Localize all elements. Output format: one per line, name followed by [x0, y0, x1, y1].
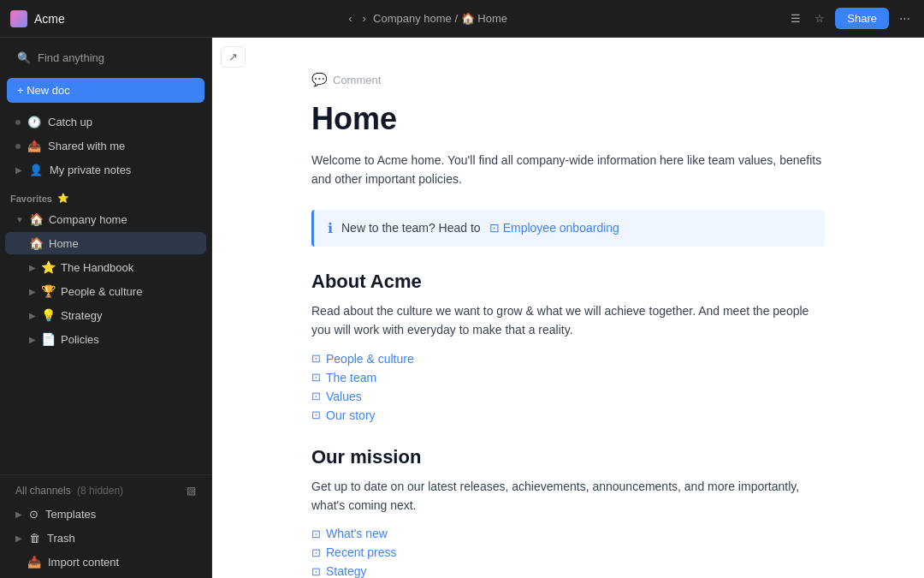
sidebar-item-shared-with-me[interactable]: 📤 Shared with me — [5, 134, 206, 158]
star-emoji: ⭐ — [41, 260, 56, 274]
tree-item-home[interactable]: 🏠 Home — [5, 232, 206, 254]
link-icon: ⊡ — [311, 352, 321, 365]
star-icon[interactable]: ☆ — [811, 9, 828, 28]
link-stategy[interactable]: ⊡ Stategy — [311, 564, 825, 578]
person-icon: 👤 — [29, 164, 43, 176]
sidebar-item-catch-up[interactable]: 🕐 Catch up — [5, 110, 206, 134]
mission-desc: Get up to date on our latest releases, a… — [311, 477, 825, 515]
link-icon: ⊡ — [311, 527, 321, 540]
trophy-emoji: 🏆 — [41, 284, 56, 298]
breadcrumb: Company home / 🏠 Home — [373, 12, 507, 25]
trash-icon: 🗑 — [29, 532, 40, 545]
chevron-right-icon: ▶ — [15, 509, 22, 519]
bulb-emoji: 💡 — [41, 308, 56, 322]
tree-item-strategy[interactable]: ▶ 💡 Strategy — [5, 304, 206, 326]
tree-item-company-home[interactable]: ▼ 🏠 Company home — [5, 208, 206, 230]
app-name: Acme — [34, 12, 65, 26]
sidebar: 🔍 Find anything + New doc 🕐 Catch up 📤 S… — [0, 38, 212, 578]
channels-icon: ▨ — [187, 485, 196, 497]
chevron-right-icon: ▶ — [29, 311, 36, 320]
chevron-right-icon: ▶ — [29, 287, 36, 296]
link-icon: ⊡ — [311, 390, 321, 402]
menu-icon[interactable]: ☰ — [787, 9, 804, 28]
link-people-culture[interactable]: ⊡ People & culture — [311, 352, 825, 366]
template-icon: ⊙ — [29, 508, 38, 521]
link-doc-icon: ⊡ — [489, 221, 500, 235]
link-icon: ⊡ — [311, 565, 321, 578]
favorites-star-icon: ⭐ — [57, 193, 69, 204]
about-desc: Read about the culture we want to grow &… — [311, 301, 825, 340]
doc-title: Home — [311, 101, 825, 137]
employee-onboarding-link[interactable]: ⊡ Employee onboarding — [489, 221, 619, 235]
comment-row[interactable]: 💬 Comment — [311, 72, 825, 87]
nav-back-button[interactable]: ‹ — [345, 9, 355, 28]
sidebar-item-trash[interactable]: ▶ 🗑 Trash — [5, 527, 206, 550]
home-emoji: 🏠 — [29, 236, 44, 250]
link-recent-press[interactable]: ⊡ Recent press — [311, 545, 825, 559]
dot-icon — [15, 144, 21, 149]
chevron-right-icon: ▶ — [15, 533, 22, 543]
link-whats-new[interactable]: ⊡ What's new — [311, 527, 825, 540]
channels-row[interactable]: All channels (8 hidden) ▨ — [5, 480, 206, 502]
sidebar-item-my-private-notes[interactable]: ▶ 👤 My private notes — [5, 158, 206, 182]
more-options-icon[interactable]: ⋯ — [896, 9, 914, 28]
content-area: ↗ 💬 Comment Home Welcome to Acme home. Y… — [212, 38, 924, 578]
info-box: ℹ New to the team? Head to ⊡ Employee on… — [311, 210, 825, 247]
chevron-right-icon: ▶ — [29, 335, 36, 344]
link-our-story[interactable]: ⊡ Our story — [311, 408, 825, 422]
share-button[interactable]: Share — [835, 8, 889, 29]
search-input[interactable]: 🔍 Find anything — [7, 43, 204, 73]
link-icon: ⊡ — [311, 408, 321, 421]
company-home-emoji: 🏠 — [29, 212, 44, 226]
expand-button[interactable]: ↗ — [221, 46, 246, 68]
link-icon: ⊡ — [311, 371, 321, 384]
sidebar-item-templates[interactable]: ▶ ⊙ Templates — [5, 503, 206, 526]
about-title: About Acme — [311, 271, 825, 293]
import-icon: 📥 — [27, 556, 41, 569]
clock-icon: 🕐 — [27, 116, 41, 128]
dot-icon — [15, 120, 21, 125]
tree-item-policies[interactable]: ▶ 📄 Policies — [5, 328, 206, 350]
mission-title: Our mission — [311, 446, 825, 468]
info-icon: ℹ — [328, 220, 333, 236]
link-the-team[interactable]: ⊡ The team — [311, 371, 825, 384]
link-values[interactable]: ⊡ Values — [311, 390, 825, 403]
sidebar-item-import-content[interactable]: 📥 Import content — [5, 551, 206, 574]
tree-item-people-culture[interactable]: ▶ 🏆 People & culture — [5, 280, 206, 302]
favorites-label: Favorites — [10, 194, 52, 204]
search-icon: 🔍 — [17, 51, 31, 64]
tree-item-the-handbook[interactable]: ▶ ⭐ The Handbook — [5, 256, 206, 278]
doc-intro: Welcome to Acme home. You'll find all co… — [311, 151, 825, 189]
nav-forward-button[interactable]: › — [359, 9, 370, 28]
chevron-down-icon: ▼ — [15, 215, 24, 224]
link-icon: ⊡ — [311, 546, 321, 559]
doc-emoji: 📄 — [41, 332, 56, 346]
chevron-right-icon: ▶ — [29, 263, 36, 272]
share-icon: 📤 — [27, 140, 41, 152]
new-doc-button[interactable]: + New doc — [7, 78, 204, 103]
comment-icon: 💬 — [311, 72, 328, 87]
chevron-right-icon: ▶ — [15, 165, 22, 175]
topbar: Acme ‹ › Company home / 🏠 Home ☰ ☆ Share… — [0, 0, 924, 38]
app-icon — [10, 10, 27, 27]
